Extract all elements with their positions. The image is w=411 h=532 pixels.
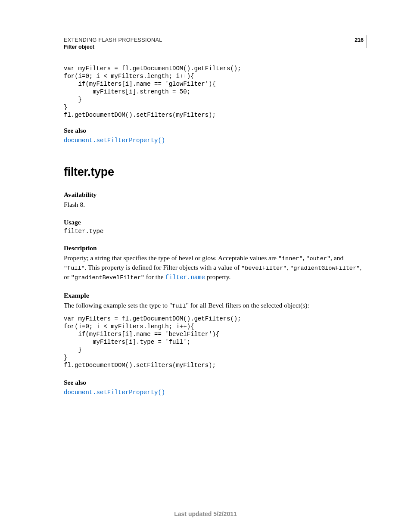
description-block: Description Property; a string that spec…: [64, 244, 364, 282]
desc-code-gradientglowfilter: "gradientGlowFilter": [290, 265, 360, 271]
see-also-label-2: See also: [64, 379, 364, 386]
example-intro-a: The following example sets the type to ": [64, 302, 172, 309]
desc-code-gradientbevelfilter: "gradientBevelFilter": [71, 274, 144, 281]
see-also-label: See also: [64, 127, 364, 134]
code-block-type-example: var myFilters = fl.getDocumentDOM().getF…: [64, 315, 364, 369]
footer-last-updated: Last updated 5/2/2011: [0, 510, 411, 517]
desc-text-c: , and: [330, 254, 343, 261]
usage-code: filter.type: [64, 228, 364, 235]
see-also-link-setfilterproperty[interactable]: document.setFilterProperty(): [64, 137, 165, 144]
section-title-filter-type: filter.type: [64, 165, 364, 179]
availability-block: Availability Flash 8.: [64, 191, 364, 209]
desc-code-outer: "outer": [306, 255, 330, 262]
page: EXTENDING FLASH PROFESSIONAL Filter obje…: [0, 0, 411, 532]
desc-text-h: property.: [205, 273, 230, 280]
example-intro: The following example sets the type to "…: [64, 301, 364, 311]
description-text: Property; a string that specifies the ty…: [64, 254, 364, 282]
see-also-block-1: See also document.setFilterProperty(): [64, 127, 364, 144]
availability-label: Availability: [64, 191, 364, 199]
desc-code-bevelfilter: "bevelFilter": [241, 265, 286, 271]
running-header: EXTENDING FLASH PROFESSIONAL Filter obje…: [64, 37, 364, 50]
page-content: var myFilters = fl.getDocumentDOM().getF…: [64, 65, 364, 405]
see-also-link-setfilterproperty-2[interactable]: document.setFilterProperty(): [64, 389, 165, 396]
description-label: Description: [64, 244, 364, 252]
header-rule: [367, 35, 367, 48]
example-label: Example: [64, 292, 364, 299]
desc-text-e: ,: [286, 264, 290, 271]
page-number: 216: [355, 37, 364, 43]
example-intro-code: full: [172, 303, 186, 309]
example-intro-b: " for all Bevel filters on the selected …: [186, 302, 309, 309]
example-block: Example The following example sets the t…: [64, 292, 364, 369]
availability-text: Flash 8.: [64, 200, 364, 209]
desc-link-filter-name[interactable]: filter.name: [165, 274, 205, 281]
desc-code-inner: "inner": [278, 255, 303, 262]
desc-text-d: . This property is defined for Filter ob…: [85, 264, 241, 271]
desc-text-g: for the: [144, 273, 165, 280]
see-also-block-2: See also document.setFilterProperty(): [64, 379, 364, 396]
header-doc-title: EXTENDING FLASH PROFESSIONAL: [64, 37, 364, 43]
usage-block: Usage filter.type: [64, 218, 364, 235]
usage-label: Usage: [64, 218, 364, 226]
desc-text-a: Property; a string that specifies the ty…: [64, 254, 278, 261]
desc-code-full: "full": [64, 265, 85, 271]
code-block-strength-example: var myFilters = fl.getDocumentDOM().getF…: [64, 65, 364, 119]
header-chapter-title: Filter object: [64, 44, 364, 50]
